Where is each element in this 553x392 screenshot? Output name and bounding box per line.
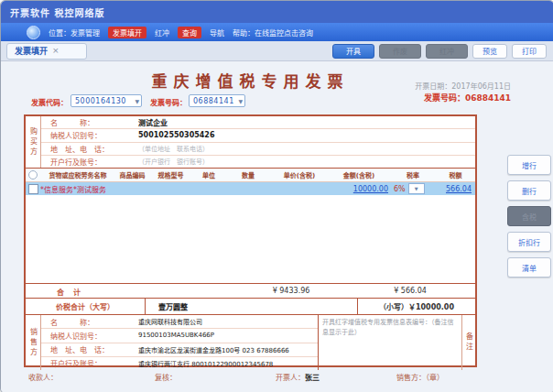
seller-name-label: 名 称： <box>41 317 138 327</box>
tab-invoice-fill[interactable]: 发票填开 × <box>6 43 87 60</box>
invoice-code-combobox[interactable]: 5000164130 ▼ <box>70 94 142 107</box>
total-label: 合计 <box>57 287 90 297</box>
preview-button[interactable]: 预览 <box>472 44 507 59</box>
goods-table-header: 货物或应税劳务名称 商品编码 规格型号 单位 数量 单价(含税) 金额(含税) … <box>26 169 475 182</box>
add-row-button[interactable]: 增行 <box>507 155 551 175</box>
seller-name-row: 名 称： 重庆网联科技有限公司 <box>41 315 318 329</box>
menubar: 位置：发票管理 发票填开 红冲 查询 导航 帮助：在线监控点击咨询 <box>1 23 553 41</box>
titlebar: 开票软件 税控网络版 <box>1 1 553 23</box>
menu-item-invoice-fill[interactable]: 发票填开 <box>108 27 146 38</box>
grand-total-capital: 壹万圆整 <box>146 301 357 311</box>
invoice-code-value: 5000164130 <box>75 97 126 105</box>
discount-row-button[interactable]: 折扣行 <box>507 232 551 252</box>
cell-tax-rate[interactable]: 6% ▼ <box>390 183 436 194</box>
cell-goods-name[interactable]: *信息服务*测试服务 <box>40 184 115 194</box>
seller-address-row: 地 址、电 话： 重庆市渝北区龙溪街道金龙路100号 023 67886666 <box>41 343 318 357</box>
menu-item-nav[interactable]: 导航 <box>210 27 224 38</box>
col-amount-taxinc: 金额(含税) <box>328 170 390 180</box>
total-tax: ¥ 566.04 <box>355 287 465 295</box>
remarks-section: 开具红字增值税专用发票信息表编号：（备注信息显示于此） 备注 <box>319 315 475 370</box>
seller-bank-value: 重庆银行两江支行 80010122900012345678 <box>138 359 273 368</box>
remarks-text[interactable]: 开具红字增值税专用发票信息表编号：（备注信息显示于此） <box>319 315 461 370</box>
buyer-bank-label: 开户行及账号： <box>41 157 138 167</box>
buyer-side-label: 购买方 <box>28 127 38 158</box>
reviewer-label: 复核： <box>155 372 177 382</box>
tax-rate-value: 6% <box>394 185 406 193</box>
seller-name-value: 重庆网联科技有限公司 <box>138 317 202 326</box>
grand-total-label: 价税合计（大写） <box>26 299 146 314</box>
buyer-address-label: 地 址、电 话： <box>41 144 138 154</box>
select-all-checkbox[interactable] <box>28 170 38 180</box>
table-row[interactable]: *信息服务*测试服务 10000.00 6% ▼ 566.04 <box>26 182 475 195</box>
col-unit: 单位 <box>192 170 225 180</box>
col-spec: 规格型号 <box>149 170 192 180</box>
remarks-side-strip: 备注 <box>461 315 475 370</box>
dropdown-arrow-icon[interactable]: ▼ <box>135 98 139 104</box>
cell-amount[interactable]: 10000.00 <box>328 185 390 193</box>
buyer-bank-row: 开户行及账号： （开户银行 银行账号） <box>41 156 475 168</box>
invoice-form: 购买方 名 称： 测试企业 纳税人识别号： 500102550305426 地 … <box>24 114 477 367</box>
col-goods-code: 商品编码 <box>115 170 149 180</box>
list-button[interactable]: 清单 <box>507 257 551 278</box>
toolbar-buttons: 开具 作废 红冲 预览 打印 <box>332 44 547 59</box>
menu-item-help[interactable]: 帮助：在线监控点击咨询 <box>233 27 313 38</box>
seller-address-label: 地 址、电 话： <box>41 344 138 354</box>
invoice-no-value: 06884141 <box>193 97 234 105</box>
menu-item-query[interactable]: 查询 <box>178 27 201 38</box>
total-row: 合计 ¥ 9433.96 ¥ 566.04 <box>26 283 475 298</box>
col-price-taxinc: 单价(含税) <box>271 170 328 180</box>
print-button[interactable]: 打印 <box>512 44 547 59</box>
tax-rate-combobox[interactable]: ▼ <box>408 183 425 194</box>
cell-tax[interactable]: 566.04 <box>436 185 475 193</box>
drawer-label: 开票人： <box>276 374 305 382</box>
col-goods-name: 货物或应税劳务名称 <box>40 170 115 180</box>
tabbar: 发票填开 × 开具 作废 红冲 预览 打印 <box>1 41 553 61</box>
col-qty: 数量 <box>225 170 271 180</box>
bottom-section: 销售方 名 称： 重庆网联科技有限公司 纳税人识别号： 91500103MA5U… <box>26 314 475 370</box>
invoice-code-label: 发票代码： <box>31 97 68 107</box>
selector-row: 发票代码： 5000164130 ▼ 发票号码： 06884141 ▼ <box>1 94 495 109</box>
col-tax: 税额 <box>436 170 475 180</box>
seller-bank-label: 开户行及账号： <box>41 358 138 368</box>
dropdown-arrow-icon[interactable]: ▼ <box>238 98 243 104</box>
buyer-address-field[interactable]: （单位地址 联系电话） <box>138 144 209 153</box>
delete-row-button[interactable]: 删行 <box>507 180 551 201</box>
red-flush-button: 红冲 <box>426 44 468 59</box>
dropdown-arrow-icon: ▼ <box>415 186 418 191</box>
tab-close-icon[interactable]: × <box>52 47 60 55</box>
void-button: 作废 <box>379 44 421 59</box>
total-amount: ¥ 9433.96 <box>236 287 346 295</box>
menu-item-red-flush[interactable]: 红冲 <box>155 27 169 38</box>
seller-taxid-value: 91500103MA5UBK466P <box>138 332 214 339</box>
app-window: 开票软件 税控网络版 位置：发票管理 发票填开 红冲 查询 导航 帮助：在线监控… <box>0 0 553 392</box>
payee-label: 收款人： <box>28 372 58 382</box>
buyer-bank-field[interactable]: （开户银行 银行账号） <box>138 157 209 166</box>
seller-side-strip: 销售方 <box>26 315 41 370</box>
grand-total-small: （小写）￥10000.00 <box>357 299 475 314</box>
seller-section: 销售方 名 称： 重庆网联科技有限公司 纳税人识别号： 91500103MA5U… <box>26 315 319 370</box>
row-checkbox[interactable] <box>28 184 38 194</box>
invoice-date: 开票日期：2017年06月11日 <box>344 81 511 91</box>
seller-taxid-row: 纳税人识别号： 91500103MA5UBK466P <box>41 329 318 343</box>
buyer-name-label: 名 称： <box>41 117 138 127</box>
drawer-value: 张三 <box>305 374 320 382</box>
tax-included-toggle[interactable]: 含税 <box>507 206 551 226</box>
remarks-side-label: 备注 <box>464 332 474 353</box>
table-empty-area[interactable] <box>26 195 475 283</box>
content-area: 重庆增值税专用发票 开票日期：2017年06月11日 发票号码：06884141… <box>1 61 553 392</box>
buyer-address-row: 地 址、电 话： （单位地址 联系电话） <box>41 143 475 156</box>
buyer-name-row: 名 称： 测试企业 <box>41 116 475 129</box>
drawer-field: 开票人：张三 <box>276 372 320 382</box>
tab-label: 发票填开 <box>15 45 48 57</box>
window-title: 开票软件 税控网络版 <box>10 5 104 19</box>
home-icon[interactable] <box>27 26 40 39</box>
buyer-side-strip: 购买方 <box>26 116 41 168</box>
menu-item-location[interactable]: 位置：发票管理 <box>49 27 100 38</box>
buyer-name-value[interactable]: 测试企业 <box>138 117 168 127</box>
seller-stamp-label: 销售方：（章） <box>396 372 444 382</box>
buyer-taxid-value[interactable]: 500102550305426 <box>138 131 215 139</box>
seller-address-value: 重庆市渝北区龙溪街道金龙路100号 023 67886666 <box>138 345 289 354</box>
invoice-no-combobox[interactable]: 06884141 ▼ <box>189 94 245 107</box>
seller-taxid-label: 纳税人识别号： <box>41 331 138 341</box>
issue-button[interactable]: 开具 <box>332 44 374 59</box>
